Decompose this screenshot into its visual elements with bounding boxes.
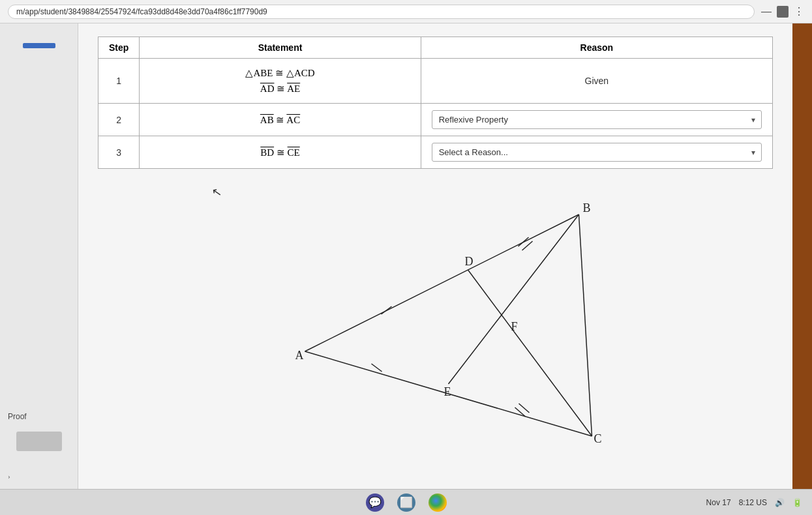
step-2-dropdown-wrapper: Reflexive Property Given Subtraction Pro…: [432, 110, 762, 129]
main-content: Step Statement Reason 1 △ABE ≅ △ACD AD ≅…: [78, 23, 792, 515]
svg-line-3: [468, 270, 592, 436]
wifi-icon: 🔊: [775, 498, 785, 507]
chevron-icon: ›: [0, 469, 78, 482]
table-row: 1 △ABE ≅ △ACD AD ≅ AE Given: [98, 59, 773, 104]
svg-line-0: [305, 214, 579, 351]
step-2-reason: Reflexive Property Given Subtraction Pro…: [421, 104, 772, 136]
step-header: Step: [98, 37, 140, 59]
proof-label: Proof: [0, 407, 78, 426]
svg-line-2: [579, 214, 592, 436]
step-1-reason: Given: [421, 59, 772, 104]
battery-icon: 🔋: [792, 498, 802, 507]
tab-icon[interactable]: [777, 6, 789, 18]
taskbar-date: Nov 17: [706, 498, 731, 507]
sidebar-gray-box: [16, 432, 62, 451]
sidebar-blue-bar: [23, 43, 55, 48]
taskbar: 💬 ⬜ Nov 17 8:12 US 🔊 🔋: [0, 489, 812, 515]
step-2-num: 2: [98, 104, 140, 136]
table-row: 3 BD ≅ CE Select a Reason... Reflexive P…: [98, 136, 773, 169]
step-3-line1: BD ≅ CE: [150, 145, 410, 160]
statement-header: Statement: [140, 37, 421, 59]
taskbar-time: 8:12 US: [739, 498, 767, 507]
taskbar-chat-icon[interactable]: 💬: [366, 493, 384, 512]
label-B: B: [583, 201, 591, 214]
proof-table: Step Statement Reason 1 △ABE ≅ △ACD AD ≅…: [98, 37, 773, 169]
step-1-line1: △ABE ≅ △ACD: [150, 65, 410, 81]
step-1-statement: △ABE ≅ △ACD AD ≅ AE: [140, 59, 421, 104]
right-panel: [792, 23, 812, 515]
step-2-statement: AB ≅ AC: [140, 104, 421, 136]
browser-icons: — ⋮: [761, 5, 804, 18]
label-F: F: [511, 320, 518, 333]
svg-line-8: [519, 404, 530, 413]
menu-dots-icon[interactable]: ⋮: [794, 5, 804, 18]
reason-header: Reason: [421, 37, 772, 59]
diagram-container: A B C D E F: [98, 182, 773, 456]
step-2-line1: AB ≅ AC: [150, 112, 410, 128]
taskbar-status-area: Nov 17 8:12 US 🔊 🔋: [706, 498, 802, 507]
table-row: 2 AB ≅ AC Reflexive Property Given Subtr…: [98, 104, 773, 136]
minimize-icon[interactable]: —: [761, 6, 772, 18]
label-A: A: [295, 349, 304, 362]
step-3-statement: BD ≅ CE: [140, 136, 421, 169]
step-3-reason-dropdown[interactable]: Select a Reason... Reflexive Property Gi…: [432, 143, 762, 162]
taskbar-chrome-icon[interactable]: [429, 493, 447, 512]
step-3-reason: Select a Reason... Reflexive Property Gi…: [421, 136, 772, 169]
sidebar: Proof › Log Out: [0, 23, 78, 515]
url-bar[interactable]: m/app/student/3849884/25547924/fca93dd8d…: [8, 5, 755, 19]
geometry-diagram: A B C D E F: [98, 182, 773, 456]
browser-bar: m/app/student/3849884/25547924/fca93dd8d…: [0, 0, 812, 23]
step-3-dropdown-wrapper: Select a Reason... Reflexive Property Gi…: [432, 143, 762, 162]
step-3-num: 3: [98, 136, 140, 169]
label-E: E: [444, 385, 451, 398]
taskbar-screen-icon[interactable]: ⬜: [397, 493, 415, 512]
step-1-reason-text: Given: [585, 76, 609, 86]
label-D: D: [465, 255, 474, 268]
svg-line-9: [382, 306, 392, 314]
step-2-reason-dropdown[interactable]: Reflexive Property Given Subtraction Pro…: [432, 110, 762, 129]
label-C: C: [594, 432, 602, 445]
step-1-line2: AD ≅ AE: [150, 81, 410, 96]
svg-line-5: [519, 237, 529, 246]
step-1-num: 1: [98, 59, 140, 104]
svg-line-4: [449, 214, 579, 384]
svg-line-10: [372, 364, 382, 372]
